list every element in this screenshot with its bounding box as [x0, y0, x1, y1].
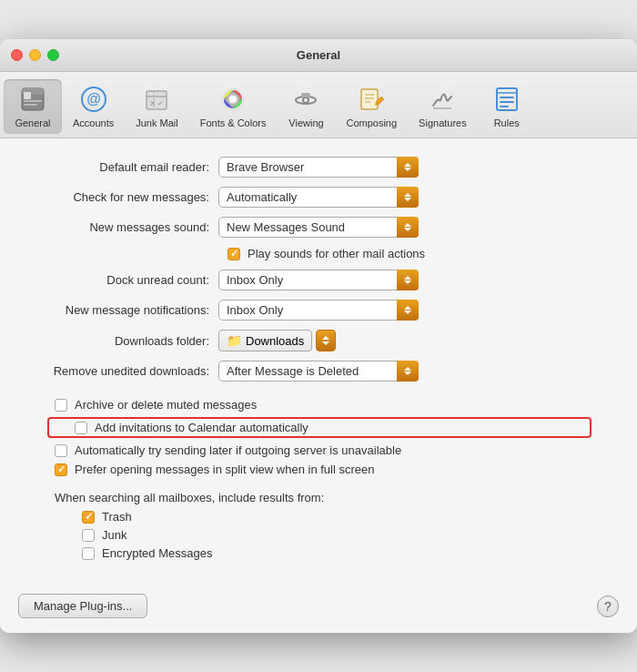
window-title: General: [297, 48, 340, 62]
new-messages-sound-control: New Messages Sound None: [218, 217, 610, 238]
auto-try-sending-checkbox[interactable]: [55, 444, 67, 457]
auto-try-sending-label: Automatically try sending later if outgo…: [75, 443, 401, 457]
help-button[interactable]: ?: [597, 596, 619, 617]
composing-icon: [355, 83, 388, 116]
prefer-split-view-checkbox[interactable]: [55, 463, 67, 476]
notifications-select[interactable]: Inbox Only All Mailboxes: [218, 300, 419, 321]
junk-mail-icon: X ✓: [140, 83, 173, 116]
default-email-reader-control: Brave Browser Mail: [218, 157, 610, 178]
titlebar: General: [0, 39, 637, 72]
play-sounds-checkbox[interactable]: [228, 248, 240, 260]
new-messages-sound-label: New messages sound:: [27, 220, 218, 234]
remove-unedited-control: After Message is Deleted Never: [218, 361, 610, 382]
junk-row: Junk: [27, 528, 610, 542]
tab-rules-label: Rules: [494, 117, 520, 128]
tab-rules[interactable]: Rules: [478, 79, 536, 134]
default-email-reader-select-wrapper: Brave Browser Mail: [218, 157, 419, 178]
main-content: Default email reader: Brave Browser Mail…: [0, 138, 637, 583]
play-sounds-label: Play sounds for other mail actions: [248, 247, 425, 260]
check-messages-select-wrapper: Automatically Every 5 Minutes Manually: [218, 187, 419, 208]
new-messages-sound-row: New messages sound: New Messages Sound N…: [27, 217, 610, 238]
dock-unread-select-wrapper: Inbox Only All Mailboxes: [218, 270, 419, 290]
search-section-label: When searching all mailboxes, include re…: [27, 491, 610, 504]
tab-accounts-label: Accounts: [73, 117, 114, 128]
svg-rect-18: [361, 89, 378, 109]
encrypted-messages-label: Encrypted Messages: [102, 546, 212, 560]
archive-delete-label: Archive or delete muted messages: [75, 398, 257, 412]
remove-unedited-select[interactable]: After Message is Deleted Never: [218, 361, 419, 382]
settings-window: General General @: [0, 39, 637, 633]
svg-rect-2: [24, 92, 31, 99]
archive-delete-row: Archive or delete muted messages: [27, 398, 610, 412]
default-email-reader-select[interactable]: Brave Browser Mail: [218, 157, 419, 178]
check-messages-select[interactable]: Automatically Every 5 Minutes Manually: [218, 187, 419, 208]
archive-delete-checkbox[interactable]: [55, 399, 67, 412]
check-messages-row: Check for new messages: Automatically Ev…: [27, 187, 610, 208]
svg-point-16: [303, 97, 308, 103]
svg-rect-26: [500, 106, 509, 107]
check-messages-control: Automatically Every 5 Minutes Manually: [218, 187, 610, 208]
auto-try-sending-row: Automatically try sending later if outgo…: [27, 443, 610, 457]
downloads-folder-row: Downloads folder: 📁 Downloads: [27, 330, 610, 351]
trash-row: Trash: [27, 510, 610, 524]
downloads-dual-arrow: [322, 336, 329, 345]
downloads-folder-value: Downloads: [246, 334, 304, 348]
dock-unread-control: Inbox Only All Mailboxes: [218, 270, 610, 290]
encrypted-messages-row: Encrypted Messages: [27, 546, 610, 560]
downloads-folder-control: 📁 Downloads: [218, 330, 610, 351]
remove-unedited-select-wrapper: After Message is Deleted Never: [218, 361, 419, 382]
tab-junk-mail-label: Junk Mail: [136, 117, 177, 128]
downloads-folder-row-inner: 📁 Downloads: [218, 330, 610, 351]
junk-label: Junk: [102, 528, 126, 542]
trash-checkbox[interactable]: [82, 511, 95, 524]
viewing-icon: [289, 83, 322, 116]
spacer2: [27, 482, 610, 487]
encrypted-messages-checkbox[interactable]: [82, 547, 95, 560]
downloads-folder-arrow[interactable]: [316, 330, 336, 351]
tab-composing-label: Composing: [346, 117, 397, 128]
svg-point-14: [229, 96, 237, 103]
tab-signatures[interactable]: Signatures: [408, 79, 478, 134]
new-messages-sound-select-wrapper: New Messages Sound None: [218, 217, 419, 238]
svg-rect-4: [24, 104, 37, 106]
default-email-reader-row: Default email reader: Brave Browser Mail: [27, 157, 610, 178]
check-messages-label: Check for new messages:: [27, 190, 218, 204]
new-message-notifications-label: New message notifications:: [27, 303, 218, 317]
rules-icon: [490, 83, 523, 116]
general-icon: [16, 83, 49, 116]
close-button[interactable]: [11, 49, 23, 61]
dock-unread-label: Dock unread count:: [27, 273, 218, 287]
manage-plugins-button[interactable]: Manage Plug-ins...: [18, 594, 147, 618]
remove-unedited-row: Remove unedited downloads: After Message…: [27, 361, 610, 382]
tab-general-label: General: [15, 117, 50, 128]
remove-unedited-label: Remove unedited downloads:: [27, 364, 218, 378]
add-invitations-label: Add invitations to Calendar automaticall…: [95, 421, 308, 434]
svg-rect-17: [301, 93, 310, 97]
downloads-folder-button[interactable]: 📁 Downloads: [218, 330, 312, 351]
tab-accounts[interactable]: @ Accounts: [62, 79, 125, 134]
add-invitations-row: Add invitations to Calendar automaticall…: [47, 417, 592, 438]
svg-text:✓: ✓: [157, 99, 164, 107]
dock-unread-select[interactable]: Inbox Only All Mailboxes: [218, 270, 419, 290]
tab-signatures-label: Signatures: [419, 117, 467, 128]
add-invitations-checkbox[interactable]: [75, 422, 87, 434]
tab-fonts-colors[interactable]: Fonts & Colors: [189, 79, 278, 134]
tab-junk-mail[interactable]: X ✓ Junk Mail: [125, 79, 188, 134]
downloads-folder-label: Downloads folder:: [27, 334, 218, 348]
tab-composing[interactable]: Composing: [335, 79, 408, 134]
svg-text:X: X: [150, 99, 156, 107]
prefer-split-view-label: Prefer opening messages in split view wh…: [75, 463, 375, 476]
new-messages-sound-select[interactable]: New Messages Sound None: [218, 217, 419, 238]
svg-text:@: @: [86, 91, 101, 107]
maximize-button[interactable]: [47, 49, 59, 61]
minimize-button[interactable]: [29, 49, 41, 61]
tab-general[interactable]: General: [4, 79, 62, 134]
trash-label: Trash: [102, 510, 132, 524]
svg-rect-3: [24, 100, 42, 102]
signatures-icon: [426, 83, 459, 116]
junk-checkbox[interactable]: [82, 529, 95, 542]
tab-viewing[interactable]: Viewing: [277, 79, 335, 134]
new-message-notifications-control: Inbox Only All Mailboxes: [218, 300, 610, 321]
toolbar: General @ Accounts X ✓: [0, 72, 637, 138]
play-sounds-row: Play sounds for other mail actions: [27, 247, 610, 260]
